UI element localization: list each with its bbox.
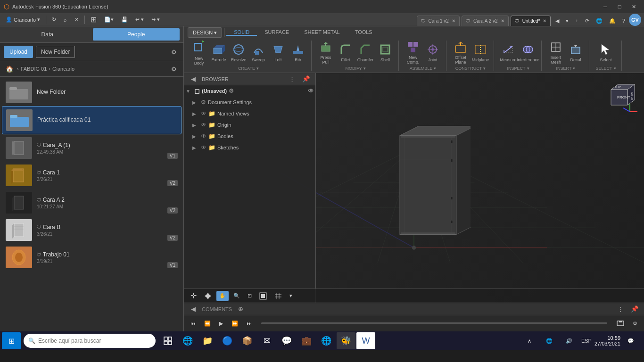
zoom-window-button[interactable]: ⊡: [245, 291, 255, 301]
tab-caraa2v2[interactable]: 🛡 Cara A 2 v2 ✕: [462, 16, 509, 26]
close-panel-button[interactable]: ✕: [72, 15, 82, 25]
browser-options-button[interactable]: ⋮: [286, 74, 297, 85]
orbit-button[interactable]: ✛: [188, 291, 199, 301]
comments-collapse-button[interactable]: ◀: [188, 304, 199, 315]
revolve-button[interactable]: Revolve: [229, 41, 248, 65]
list-item[interactable]: New Folder: [2, 79, 182, 106]
construct-label[interactable]: CONSTRUCT ▾: [455, 66, 486, 71]
hand-button[interactable]: ✋: [216, 291, 229, 301]
display-mode-button[interactable]: [256, 291, 270, 301]
browser-item-root[interactable]: ▼ ◻ (Unsaved) ⚙ 👁: [184, 85, 315, 97]
chrome-button[interactable]: 🌐: [317, 332, 336, 349]
people-tab[interactable]: People: [93, 28, 180, 41]
list-item[interactable]: Práctica calificada 01: [2, 106, 182, 134]
xbox-button[interactable]: 📦: [238, 332, 256, 349]
edge-button[interactable]: 🌐: [178, 332, 197, 349]
explorer-button[interactable]: 📁: [198, 332, 217, 349]
settings-viewport-button[interactable]: ▾: [287, 291, 295, 301]
notification-center-button[interactable]: 💬: [621, 332, 640, 349]
browser-item-sketches[interactable]: ▶ 👁 📁 Sketches: [184, 142, 315, 153]
design-mode-button[interactable]: DESIGN ▾: [188, 27, 222, 38]
timeline-settings-button[interactable]: ⚙: [630, 318, 640, 329]
browser-item-namedviews[interactable]: ▶ 👁 📁 Named Views: [184, 108, 315, 119]
browser-item-origin[interactable]: ▶ 👁 📁 Origin: [184, 119, 315, 131]
list-item[interactable]: 🛡 Cara B 3/26/21 V2: [2, 216, 182, 244]
redo-button[interactable]: ↪ ▾: [149, 15, 163, 25]
browser-item-docsettings[interactable]: ▶ ⚙ Document Settings: [184, 97, 315, 108]
tab-close-icon[interactable]: ✕: [501, 18, 504, 24]
teams-button[interactable]: 💬: [277, 332, 296, 349]
tab-close-icon[interactable]: ✕: [452, 18, 455, 24]
grid-toggle-button[interactable]: [272, 291, 285, 301]
help-button[interactable]: ?: [619, 16, 628, 26]
network-button[interactable]: 🌐: [540, 332, 559, 349]
maximize-button[interactable]: □: [613, 2, 626, 11]
assemble-label[interactable]: ASSEMBLE ▾: [410, 66, 437, 71]
settings-button[interactable]: ⚙: [168, 46, 180, 58]
insert-label[interactable]: INSERT ▾: [556, 66, 576, 71]
viewcube-svg[interactable]: FRONT TOP RIGHT: [602, 78, 639, 115]
start-button[interactable]: ⊞: [2, 332, 21, 349]
modify-label[interactable]: MODIFY ▾: [346, 66, 366, 71]
create-label[interactable]: CREATE ▾: [238, 66, 259, 71]
data-tab[interactable]: Data: [4, 28, 91, 41]
tab-untitled[interactable]: 🛡 Untitled* ✕: [511, 16, 551, 26]
file-button[interactable]: 📄▾: [101, 15, 116, 25]
prev-button[interactable]: ⏪: [201, 318, 214, 329]
search-button[interactable]: ⌕: [61, 15, 70, 25]
word-button[interactable]: W: [356, 332, 375, 349]
pan-button[interactable]: [201, 291, 215, 301]
search-input[interactable]: [38, 337, 151, 344]
next-button[interactable]: ⏩: [229, 318, 241, 329]
browser-pin-button[interactable]: 📌: [300, 74, 312, 85]
loft-button[interactable]: Loft: [269, 41, 288, 65]
browser-collapse-button[interactable]: ◀: [188, 74, 199, 85]
add-comment-button[interactable]: ⊕: [235, 304, 246, 315]
chevron-up-button[interactable]: ∧: [520, 332, 539, 349]
comments-options-button[interactable]: ⋮: [615, 304, 626, 315]
extrude-button[interactable]: Extrude: [209, 41, 228, 65]
list-item[interactable]: 🛡 Trabajo 01 3/19/21 V1: [2, 244, 182, 271]
inspect-label[interactable]: INSPECT ▾: [507, 66, 529, 71]
upload-button[interactable]: Upload: [4, 46, 33, 58]
browser-item-bodies[interactable]: ▶ 👁 📁 Bodies: [184, 131, 315, 142]
measure-button[interactable]: Measure: [499, 41, 518, 65]
online-status-button[interactable]: 🌐: [593, 16, 605, 26]
ribbon-tab-sheetmetal[interactable]: SHEET METAL: [297, 29, 347, 36]
interference-button[interactable]: Interference: [519, 41, 537, 65]
minimize-button[interactable]: ─: [599, 2, 612, 11]
select-label[interactable]: SELECT ▾: [595, 66, 616, 71]
list-item[interactable]: 🛡 Cara_A (1) 12:49:38 AM V1: [2, 134, 182, 162]
decal-button[interactable]: Decal: [566, 41, 585, 65]
tab-close-icon[interactable]: ✕: [543, 18, 546, 24]
mail-button[interactable]: ✉: [257, 332, 276, 349]
home-button[interactable]: 🏠: [4, 63, 15, 74]
ribbon-tab-surface[interactable]: SURFACE: [257, 29, 297, 36]
close-button[interactable]: ✕: [627, 2, 640, 11]
sweep-button[interactable]: Sweep: [249, 41, 268, 65]
user-menu-button[interactable]: 👤 Giancarlo ▾: [3, 15, 43, 25]
select-button[interactable]: Select: [594, 41, 618, 65]
joint-button[interactable]: Joint: [423, 41, 442, 65]
breadcrumb-giancarlo[interactable]: Giancarlo: [52, 66, 74, 72]
capture-button[interactable]: [614, 318, 627, 329]
add-tab-button[interactable]: +: [572, 16, 581, 26]
tab-menu-button[interactable]: ▾: [563, 16, 571, 26]
comments-pin-button[interactable]: 📌: [629, 304, 640, 315]
chamfer-button[interactable]: Chamfer: [356, 41, 375, 65]
play-button[interactable]: ▶: [216, 318, 226, 329]
new-component-assemble-button[interactable]: New Comp.: [404, 41, 422, 65]
viewport[interactable]: ◀ BROWSER ⋮ 📌 ▼ ◻ (Unsaved) ⚙ 👁: [184, 73, 644, 303]
store-button[interactable]: 🔵: [218, 332, 237, 349]
taskbar-search[interactable]: 🔍: [24, 334, 156, 348]
new-folder-button[interactable]: New Folder: [36, 46, 75, 58]
new-component-button[interactable]: New Body: [190, 41, 208, 65]
zoom-button[interactable]: 🔍: [231, 291, 243, 301]
offset-plane-button[interactable]: Offset Plane: [451, 41, 470, 65]
user-avatar[interactable]: GV: [629, 14, 641, 26]
list-item[interactable]: 🛡 Cara A 2 10:21:27 AM V2: [2, 189, 182, 216]
grid-button[interactable]: ⊞: [88, 15, 99, 25]
shell-button[interactable]: Shell: [376, 41, 395, 65]
list-item[interactable]: 🛡 Cara 1 3/26/21 V2: [2, 162, 182, 189]
fillet-button[interactable]: Fillet: [336, 41, 355, 65]
